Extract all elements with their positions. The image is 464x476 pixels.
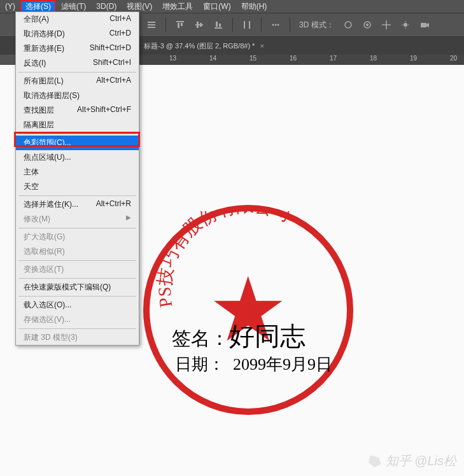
menu-item-label: 变换选区(T) <box>24 264 64 275</box>
menu-item-label: 载入选区(O)... <box>24 300 71 311</box>
align-bottom-icon[interactable] <box>213 20 223 30</box>
menu-item-label: 天空 <box>24 181 39 192</box>
ruler-tick: 19 <box>410 55 417 62</box>
submenu-arrow-icon: ▶ <box>126 214 131 225</box>
menu-item-label: 新建 3D 模型(3) <box>24 332 78 343</box>
svg-rect-7 <box>197 22 199 28</box>
menu-item[interactable]: 取消选择(D)Ctrl+D <box>16 27 139 41</box>
svg-point-20 <box>404 23 407 27</box>
menu-item[interactable]: 选择并遮住(K)...Alt+Ctrl+R <box>16 197 139 212</box>
menu-item-label: 存储选区(V)... <box>24 314 71 325</box>
menu-item[interactable]: 在快速蒙版模式下编辑(Q) <box>16 280 139 295</box>
menu-separator <box>18 195 136 196</box>
menu-item[interactable]: 天空 <box>16 179 139 194</box>
menu-item-label: 全部(A) <box>24 14 49 25</box>
divider <box>261 18 262 32</box>
menu-shortcut: Alt+Shift+Ctrl+F <box>77 105 131 116</box>
menu-item[interactable]: 全部(A)Ctrl+A <box>16 12 139 27</box>
pan-icon[interactable] <box>362 20 372 30</box>
svg-rect-8 <box>200 23 202 27</box>
orbit-icon[interactable] <box>343 20 353 30</box>
divider <box>290 18 290 32</box>
signature-label: 签名： <box>172 328 229 349</box>
menu-item[interactable]: 载入选区(O)... <box>16 298 139 312</box>
svg-rect-0 <box>148 22 155 23</box>
menu-separator <box>18 278 136 279</box>
menu-item-label: 隔离图层 <box>24 120 54 130</box>
stamp-circle: PS技巧有股份有限公司 ★ <box>143 205 353 415</box>
svg-rect-11 <box>219 24 221 27</box>
align-top-icon[interactable] <box>175 20 185 30</box>
menu-separator <box>18 134 136 134</box>
menu-shortcut: Shift+Ctrl+D <box>90 43 131 54</box>
move-3d-icon[interactable] <box>381 20 391 30</box>
document-tab[interactable]: 标题-3 @ 37.4% (图层 2, RGB/8#) * × <box>139 38 269 55</box>
close-icon[interactable]: × <box>260 42 264 50</box>
menu-item[interactable]: 取消选择图层(S) <box>16 88 139 103</box>
menu-item-label: 色彩范围(C)... <box>24 137 71 148</box>
ruler-tick: 18 <box>370 55 377 62</box>
menu-item-label: 反选(I) <box>24 58 46 69</box>
menu-item-label: 修改(M) <box>24 214 50 225</box>
camera-icon[interactable] <box>419 20 430 30</box>
menu-shortcut: Alt+Ctrl+A <box>96 76 131 87</box>
menu-item[interactable]: 重新选择(E)Shift+Ctrl+D <box>16 41 139 56</box>
menu-shortcut: Shift+Ctrl+I <box>93 58 131 69</box>
menu-item-label: 查找图层 <box>24 105 54 116</box>
svg-point-15 <box>275 24 277 26</box>
menubar-item[interactable]: 3D(D) <box>91 1 122 12</box>
svg-point-16 <box>278 24 279 26</box>
menu-item-label: 取消选择(D) <box>24 29 65 39</box>
svg-rect-6 <box>195 24 203 25</box>
menu-item[interactable]: 隔离图层 <box>16 118 139 132</box>
menu-separator <box>18 72 136 73</box>
menu-item-label: 焦点区域(U)... <box>24 152 71 163</box>
menu-item: 存储选区(V)... <box>16 312 139 327</box>
svg-rect-4 <box>178 23 179 28</box>
stamp-seal: PS技巧有股份有限公司 ★ <box>143 205 353 415</box>
menu-separator <box>18 328 136 329</box>
signature-value: 好同志 <box>229 322 306 351</box>
svg-point-17 <box>345 22 351 28</box>
svg-rect-5 <box>181 23 183 26</box>
svg-rect-12 <box>244 21 245 29</box>
menu-item[interactable]: 查找图层Alt+Shift+Ctrl+F <box>16 103 139 118</box>
menu-item-label: 选取相似(R) <box>24 246 65 257</box>
watermark-text: 知乎 @Lis松 <box>386 452 456 470</box>
mode-3d-label: 3D 模式： <box>299 20 334 31</box>
menu-item[interactable]: 所有图层(L)Alt+Ctrl+A <box>16 74 139 88</box>
distribute-icon[interactable] <box>242 20 252 30</box>
align-icon[interactable] <box>146 20 157 30</box>
menu-item[interactable]: 反选(I)Shift+Ctrl+I <box>16 56 139 71</box>
ruler-horizontal: 1314151617181920 <box>139 55 464 65</box>
ruler-tick: 15 <box>250 55 257 62</box>
menubar-item[interactable]: (Y) <box>0 1 20 12</box>
menu-item[interactable]: 主体 <box>16 165 139 179</box>
light-icon[interactable] <box>400 20 411 30</box>
date-value: 2099年9月9日 <box>233 355 332 374</box>
date-line: 日期： 2099年9月9日 <box>175 353 332 375</box>
ruler-tick: 20 <box>450 55 457 62</box>
divider <box>165 18 166 32</box>
menu-item: 选取相似(R) <box>16 244 139 259</box>
align-middle-icon[interactable] <box>194 20 204 30</box>
menubar-item[interactable]: 窗口(W) <box>198 0 236 13</box>
menu-shortcut: Alt+Ctrl+R <box>96 199 131 210</box>
select-menu-dropdown: 全部(A)Ctrl+A取消选择(D)Ctrl+D重新选择(E)Shift+Ctr… <box>15 11 139 346</box>
menubar-item[interactable]: 帮助(H) <box>236 0 272 13</box>
svg-rect-21 <box>421 23 426 27</box>
menubar-item[interactable]: 增效工具 <box>157 0 198 13</box>
menu-item[interactable]: 色彩范围(C)... <box>16 136 139 150</box>
svg-rect-3 <box>176 21 184 22</box>
ruler-tick: 13 <box>169 55 176 62</box>
tab-title: 标题-3 @ 37.4% (图层 2, RGB/8#) * <box>144 41 255 51</box>
menu-item-label: 取消选择图层(S) <box>24 90 80 101</box>
svg-point-19 <box>366 24 369 26</box>
svg-rect-9 <box>214 27 222 29</box>
menu-item: 新建 3D 模型(3) <box>16 330 139 345</box>
menu-separator <box>18 260 136 261</box>
more-icon[interactable] <box>271 20 281 30</box>
menu-item: 扩大选取(G) <box>16 230 139 244</box>
menu-item: 变换选区(T) <box>16 262 139 277</box>
menu-item[interactable]: 焦点区域(U)... <box>16 150 139 165</box>
